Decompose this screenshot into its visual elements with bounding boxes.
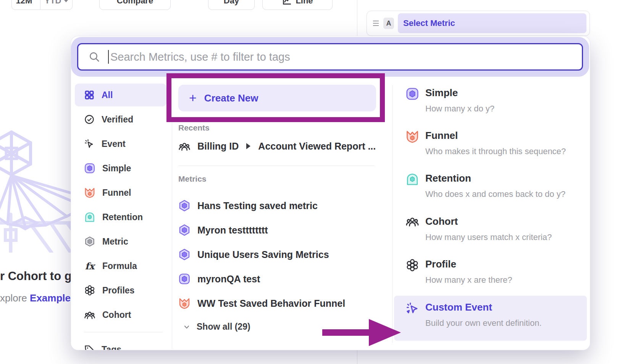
type-title: Custom Event bbox=[425, 301, 542, 313]
type-option-retention[interactable]: Retention Who does x and comes back to d… bbox=[405, 172, 581, 199]
interval-day-button[interactable]: Day bbox=[208, 0, 255, 10]
sidebar-divider bbox=[84, 332, 163, 332]
sidebar-item-label: Metric bbox=[102, 237, 128, 247]
metric-list-item[interactable]: Unique Users Saving Metrics bbox=[178, 244, 329, 265]
search-input[interactable]: Search Metrics, use # to filter to tags bbox=[77, 43, 583, 71]
funnel-metric-icon bbox=[84, 187, 95, 198]
compare-button[interactable]: Compare bbox=[99, 0, 171, 10]
cursor-click-icon bbox=[84, 139, 95, 149]
sidebar-item-cohort[interactable]: Cohort bbox=[75, 303, 166, 326]
retention-metric-icon bbox=[405, 172, 419, 199]
type-option-profile[interactable]: Profile How many x are there? bbox=[405, 258, 581, 285]
metric-item-label: Unique Users Saving Metrics bbox=[197, 249, 329, 260]
hexagon-saved-metric-icon bbox=[178, 224, 191, 236]
funnel-metric-icon bbox=[178, 297, 191, 309]
recent-item[interactable]: Billing ID Account Viewed Report ... bbox=[178, 135, 376, 157]
retention-metric-icon bbox=[84, 211, 95, 223]
type-option-funnel[interactable]: Funnel Who makes it through this sequenc… bbox=[405, 130, 581, 156]
metric-item-label: Hans Testing saved metric bbox=[197, 200, 318, 211]
sidebar-item-metric[interactable]: Metric bbox=[75, 230, 166, 253]
annotation-highlight-box bbox=[166, 73, 385, 122]
range-12m-button[interactable]: 12M bbox=[12, 0, 36, 10]
canvas-subtext-prefix: xplore bbox=[0, 292, 30, 304]
select-metric-field[interactable]: Select Metric bbox=[398, 13, 586, 33]
hexagon-saved-metric-icon bbox=[178, 248, 191, 261]
left-column-divider bbox=[172, 83, 172, 349]
breadcrumb-arrow-icon bbox=[246, 143, 250, 149]
sidebar-item-event[interactable]: Event bbox=[75, 132, 166, 155]
metric-list-item[interactable]: Myron testttttttt bbox=[178, 219, 268, 241]
type-description: Build your own event definition. bbox=[425, 318, 542, 328]
type-option-simple[interactable]: Simple How many x do y? bbox=[405, 87, 581, 114]
metric-item-label: myronQA test bbox=[197, 274, 260, 285]
metric-list-item[interactable]: myronQA test bbox=[178, 268, 260, 290]
hexagon-metric-icon bbox=[84, 236, 95, 247]
sidebar-item-tags[interactable]: Tags bbox=[75, 338, 166, 350]
type-description: Who makes it through this sequence? bbox=[425, 147, 566, 156]
formula-fx-icon: fx bbox=[84, 261, 95, 272]
sidebar-item-simple[interactable]: Simple bbox=[75, 157, 166, 180]
canvas-headline-text: r Cohort to ge bbox=[0, 269, 78, 283]
show-all-toggle[interactable]: Show all (29) bbox=[183, 322, 250, 332]
line-label: Line bbox=[296, 0, 313, 6]
sidebar-item-label: Verified bbox=[102, 114, 133, 125]
metric-list-item[interactable]: WW Test Saved Behavior Funnel bbox=[178, 293, 345, 314]
right-column-divider bbox=[392, 85, 392, 343]
metric-slot-card: A Select Metric bbox=[367, 11, 590, 36]
type-title: Retention bbox=[425, 172, 565, 184]
sidebar-item-funnel[interactable]: Funnel bbox=[75, 181, 166, 204]
profiles-flower-icon bbox=[405, 258, 419, 285]
sidebar-item-label: Funnel bbox=[102, 188, 131, 198]
type-title: Funnel bbox=[425, 130, 566, 142]
type-option-cohort[interactable]: Cohort How many users match x criteria? bbox=[405, 216, 581, 242]
sidebar-item-label: Tags bbox=[102, 345, 121, 350]
decorative-wireframe-art bbox=[0, 127, 76, 253]
sidebar-item-label: Cohort bbox=[102, 310, 131, 320]
custom-event-cursor-icon bbox=[405, 301, 419, 328]
sidebar-item-retention[interactable]: Retention bbox=[75, 206, 166, 229]
sidebar-item-all[interactable]: All bbox=[75, 84, 166, 106]
metric-item-label: WW Test Saved Behavior Funnel bbox=[197, 298, 345, 309]
canvas-subtext: xplore Example R bbox=[0, 292, 81, 304]
sidebar-item-profiles[interactable]: Profiles bbox=[75, 279, 166, 302]
series-a-badge: A bbox=[383, 18, 394, 29]
cohort-people-icon bbox=[178, 140, 191, 152]
profiles-flower-icon bbox=[84, 285, 95, 296]
example-link[interactable]: Example bbox=[30, 292, 71, 304]
metric-item-label: Myron testttttttt bbox=[197, 225, 268, 236]
recent-event-name: Account Viewed Report ... bbox=[258, 141, 376, 152]
metric-list-item[interactable]: Hans Testing saved metric bbox=[178, 195, 318, 216]
type-description: How many x do y? bbox=[425, 104, 494, 114]
sidebar-item-label: Formula bbox=[102, 261, 137, 271]
type-description: Who does x and comes back to do y? bbox=[425, 189, 565, 199]
section-divider bbox=[178, 166, 375, 166]
chevron-down-icon bbox=[183, 323, 191, 331]
chart-type-line-button[interactable]: Line bbox=[262, 0, 333, 10]
cohort-people-icon bbox=[405, 216, 419, 242]
type-option-custom-event[interactable]: Custom Event Build your own event defini… bbox=[405, 301, 581, 328]
date-range-segment[interactable]: 12M YTD bbox=[11, 0, 73, 10]
range-ytd-button[interactable]: YTD bbox=[40, 0, 72, 10]
simple-metric-icon bbox=[84, 163, 95, 174]
sidebar-item-label: Profiles bbox=[102, 285, 134, 296]
search-icon bbox=[88, 51, 100, 63]
range-12m-label: 12M bbox=[16, 0, 32, 6]
drag-handle-icon[interactable] bbox=[371, 19, 380, 27]
simple-metric-icon bbox=[178, 273, 191, 285]
simple-metric-icon bbox=[405, 87, 419, 114]
sidebar-item-formula[interactable]: fx Formula bbox=[75, 254, 166, 277]
cohort-people-icon bbox=[84, 309, 95, 321]
sidebar-item-label: Simple bbox=[102, 163, 131, 174]
type-title: Profile bbox=[425, 258, 512, 270]
sidebar-item-label: All bbox=[102, 90, 113, 100]
verified-badge-icon bbox=[84, 114, 95, 125]
show-all-label: Show all (29) bbox=[197, 322, 250, 332]
sidebar-item-label: Retention bbox=[102, 212, 143, 222]
chevron-down-icon bbox=[64, 0, 68, 2]
type-title: Cohort bbox=[425, 216, 552, 227]
range-ytd-label: YTD bbox=[45, 0, 61, 6]
recent-cohort-name: Billing ID bbox=[197, 141, 239, 152]
sidebar-item-verified[interactable]: Verified bbox=[75, 108, 166, 131]
day-label: Day bbox=[224, 0, 239, 6]
search-placeholder: Search Metrics, use # to filter to tags bbox=[110, 51, 290, 63]
